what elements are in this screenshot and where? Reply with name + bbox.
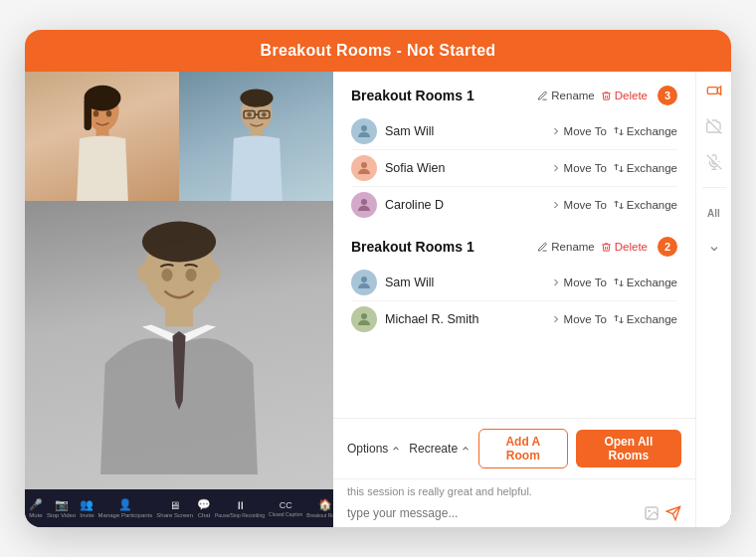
svg-rect-18 bbox=[165, 308, 193, 327]
room-1-actions: Rename Delete 3 bbox=[537, 86, 677, 105]
add-room-button[interactable]: Add A Room bbox=[478, 429, 568, 468]
participant-sam-will-1: Sam Will Move To Exchange bbox=[351, 113, 677, 150]
toolbar-recording[interactable]: ⏸ Pause/Stop Recording bbox=[213, 497, 267, 520]
room-1-delete-btn[interactable]: Delete bbox=[601, 90, 648, 101]
toolbar-invite[interactable]: 👥 Invite bbox=[78, 496, 95, 520]
breakout-footer: Options Recreate Add A Room Open All Roo… bbox=[333, 418, 695, 478]
exchange-michael[interactable]: Exchange bbox=[613, 313, 677, 325]
main-person-silhouette bbox=[70, 216, 288, 474]
person-icon bbox=[355, 196, 373, 214]
room-2-actions: Rename Delete 2 bbox=[537, 237, 677, 257]
move-to-icon bbox=[550, 162, 562, 174]
options-button[interactable]: Options bbox=[347, 442, 401, 456]
move-to-caroline[interactable]: Move To bbox=[550, 199, 607, 211]
send-icon[interactable] bbox=[665, 505, 681, 521]
delete-icon bbox=[601, 91, 612, 101]
svg-point-7 bbox=[240, 89, 273, 106]
room-1-header: Breakout Rooms 1 Rename Delete 3 bbox=[351, 86, 677, 105]
participant-caroline-d: Caroline D Move To Exchange bbox=[351, 187, 677, 223]
svg-point-4 bbox=[93, 110, 98, 116]
rename-icon bbox=[537, 91, 548, 101]
modal-body: 🎤 Mute 📷 Stop Video 👥 Invite 👤 Manage Pa… bbox=[25, 72, 731, 527]
image-icon[interactable] bbox=[644, 505, 660, 521]
exchange-icon bbox=[613, 199, 625, 211]
recording-icon: ⏸ bbox=[235, 499, 246, 511]
svg-point-15 bbox=[142, 222, 216, 263]
room-2-name: Breakout Rooms 1 bbox=[351, 239, 537, 255]
person-icon bbox=[355, 310, 373, 328]
caption-icon: CC bbox=[280, 500, 292, 510]
person-icon bbox=[355, 122, 373, 140]
room-2-header: Breakout Rooms 1 Rename Delete 2 bbox=[351, 237, 677, 257]
exchange-sam-1[interactable]: Exchange bbox=[613, 125, 677, 137]
svg-point-5 bbox=[105, 110, 111, 116]
avatar-caroline-d bbox=[351, 192, 377, 218]
participants-icon: 👤 bbox=[118, 498, 132, 511]
chevron-up-icon-2 bbox=[461, 444, 471, 454]
room-2-count: 2 bbox=[658, 237, 677, 257]
avatar-sam-will-2 bbox=[351, 270, 377, 295]
svg-point-27 bbox=[649, 510, 651, 512]
chat-input-row bbox=[347, 501, 681, 527]
person-icon bbox=[355, 159, 373, 177]
exchange-caroline[interactable]: Exchange bbox=[613, 199, 677, 211]
exchange-sofia[interactable]: Exchange bbox=[613, 162, 677, 174]
name-sofia-wien: Sofia Wien bbox=[385, 161, 550, 175]
chat-input[interactable] bbox=[347, 506, 638, 520]
room-1-name: Breakout Rooms 1 bbox=[351, 88, 537, 103]
svg-point-13 bbox=[262, 112, 267, 117]
camera-off-icon bbox=[706, 118, 722, 134]
move-to-icon bbox=[550, 313, 562, 325]
svg-marker-29 bbox=[717, 87, 720, 94]
invite-icon: 👥 bbox=[80, 498, 94, 511]
mic-off-icon bbox=[706, 154, 722, 170]
recreate-button[interactable]: Recreate bbox=[409, 442, 471, 456]
exchange-icon bbox=[613, 162, 625, 174]
svg-point-22 bbox=[361, 162, 367, 168]
svg-rect-2 bbox=[84, 98, 91, 130]
toolbar-caption[interactable]: CC Closed Caption bbox=[267, 498, 304, 519]
svg-point-23 bbox=[361, 199, 367, 205]
room-2-delete-btn[interactable]: Delete bbox=[601, 241, 648, 253]
move-to-sam-1[interactable]: Move To bbox=[550, 125, 607, 137]
video-thumbnails bbox=[25, 72, 333, 201]
toolbar-stop-video[interactable]: 📷 Stop Video bbox=[45, 496, 78, 520]
move-to-sam-2[interactable]: Move To bbox=[550, 277, 607, 288]
exchange-sam-2[interactable]: Exchange bbox=[613, 277, 677, 288]
move-to-icon bbox=[550, 125, 562, 137]
toolbar-mute[interactable]: 🎤 Mute bbox=[27, 496, 45, 520]
svg-point-12 bbox=[247, 112, 252, 117]
chat-message: this session is really great and helpful… bbox=[347, 485, 681, 497]
sidebar-camera-off-icon[interactable] bbox=[701, 113, 727, 139]
camera-icon: 📷 bbox=[55, 498, 69, 511]
room-1: Breakout Rooms 1 Rename Delete 3 bbox=[351, 86, 677, 223]
toolbar-share-screen[interactable]: 🖥 Share Screen bbox=[154, 497, 195, 520]
open-all-rooms-button[interactable]: Open All Rooms bbox=[576, 430, 681, 467]
svg-point-24 bbox=[361, 277, 367, 282]
move-to-michael[interactable]: Move To bbox=[550, 313, 607, 325]
sidebar-expand-icon[interactable]: All bbox=[701, 200, 727, 226]
toolbar-chat[interactable]: 💬 Chat bbox=[195, 496, 213, 520]
room-2-rename-btn[interactable]: Rename bbox=[537, 241, 594, 253]
room-1-rename-btn[interactable]: Rename bbox=[537, 90, 594, 101]
male-silhouette-glasses bbox=[217, 82, 296, 201]
sidebar-video-icon[interactable] bbox=[701, 78, 727, 103]
move-to-sofia[interactable]: Move To bbox=[550, 162, 607, 174]
avatar-michael bbox=[351, 306, 377, 332]
participant-1-actions: Move To Exchange bbox=[550, 125, 677, 137]
right-sidebar: All bbox=[695, 72, 731, 527]
sidebar-mic-off-icon[interactable] bbox=[701, 149, 727, 175]
name-sam-will-2: Sam Will bbox=[385, 276, 550, 289]
name-michael: Michael R. Smith bbox=[385, 312, 550, 326]
sidebar-chevron-icon[interactable] bbox=[701, 236, 727, 262]
toolbar-manage-participants[interactable]: 👤 Manage Participants bbox=[96, 496, 155, 520]
participant-michael: Michael R. Smith Move To Exchange bbox=[351, 301, 677, 337]
video-section: 🎤 Mute 📷 Stop Video 👥 Invite 👤 Manage Pa… bbox=[25, 72, 333, 527]
breakout-panel: Breakout Rooms 1 Rename Delete 3 bbox=[333, 72, 695, 527]
modal-header: Breakout Rooms - Not Started bbox=[25, 30, 731, 72]
avatar-sam-will-1 bbox=[351, 118, 377, 144]
delete-icon bbox=[601, 242, 612, 253]
video-main bbox=[25, 201, 333, 489]
modal-title: Breakout Rooms - Not Started bbox=[261, 42, 496, 59]
person-icon bbox=[355, 274, 373, 291]
